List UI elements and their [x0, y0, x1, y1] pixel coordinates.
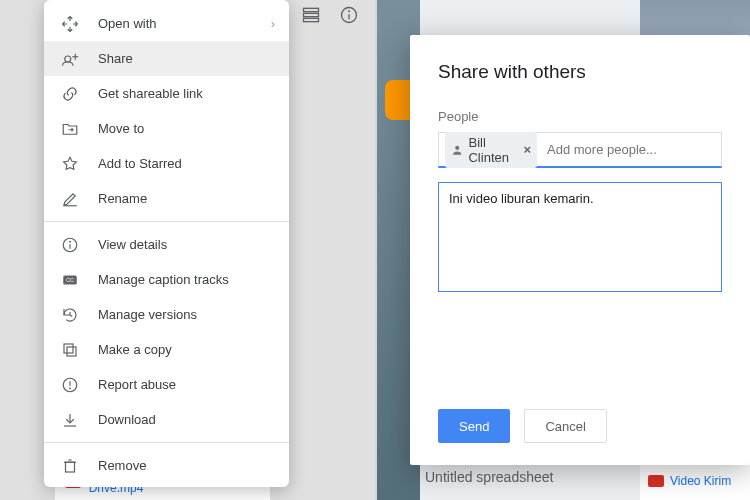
svg-rect-0	[304, 8, 319, 11]
svg-rect-2	[304, 18, 319, 21]
menu-get-link[interactable]: Get shareable link	[44, 76, 289, 111]
trash-icon	[60, 456, 80, 476]
info-icon	[60, 235, 80, 255]
svg-point-6	[65, 56, 71, 62]
menu-view-details[interactable]: View details	[44, 227, 289, 262]
svg-rect-16	[64, 344, 73, 353]
download-icon	[60, 410, 80, 430]
menu-download[interactable]: Download	[44, 402, 289, 437]
svg-point-5	[349, 11, 350, 12]
menu-remove[interactable]: Remove	[44, 448, 289, 483]
dialog-buttons: Send Cancel	[438, 409, 607, 443]
alert-icon	[60, 375, 80, 395]
list-layout-icon[interactable]	[300, 4, 322, 26]
vertical-divider	[375, 0, 377, 500]
menu-label: Manage caption tracks	[98, 272, 229, 287]
info-icon[interactable]	[338, 4, 360, 26]
menu-move-to[interactable]: Move to	[44, 111, 289, 146]
svg-point-25	[455, 145, 459, 149]
menu-label: Download	[98, 412, 156, 427]
svg-rect-1	[304, 13, 319, 16]
link-icon	[60, 84, 80, 104]
people-label: People	[438, 109, 722, 124]
cc-icon: CC	[60, 270, 80, 290]
svg-text:CC: CC	[66, 277, 74, 283]
open-with-icon	[60, 14, 80, 34]
person-icon	[451, 142, 463, 158]
svg-rect-15	[67, 347, 76, 356]
menu-add-starred[interactable]: Add to Starred	[44, 146, 289, 181]
menu-label: Remove	[98, 458, 146, 473]
dialog-title: Share with others	[438, 61, 722, 83]
share-dialog: Share with others People Bill Clinten × …	[410, 35, 750, 465]
message-textarea[interactable]	[438, 182, 722, 292]
cancel-button[interactable]: Cancel	[524, 409, 606, 443]
menu-label: Add to Starred	[98, 156, 182, 171]
menu-label: Manage versions	[98, 307, 197, 322]
people-input-row[interactable]: Bill Clinten ×	[438, 132, 722, 168]
send-button[interactable]: Send	[438, 409, 510, 443]
pencil-icon	[60, 189, 80, 209]
svg-point-19	[70, 388, 71, 389]
menu-manage-versions[interactable]: Manage versions	[44, 297, 289, 332]
menu-label: Make a copy	[98, 342, 172, 357]
menu-open-with[interactable]: Open with ›	[44, 6, 289, 41]
spreadsheet-label: Untitled spreadsheet	[425, 469, 553, 485]
menu-label: Get shareable link	[98, 86, 203, 101]
header-toolbar	[300, 4, 360, 26]
context-menu: Open with › Share Get shareable link Mov…	[44, 0, 289, 487]
person-chip[interactable]: Bill Clinten ×	[445, 132, 537, 168]
chip-remove-icon[interactable]: ×	[523, 142, 531, 157]
menu-separator	[44, 221, 289, 222]
menu-separator	[44, 442, 289, 443]
svg-rect-22	[66, 462, 75, 472]
menu-rename[interactable]: Rename	[44, 181, 289, 216]
menu-label: Open with	[98, 16, 157, 31]
menu-label: Share	[98, 51, 133, 66]
file-chip-small[interactable]: Video Kirim	[640, 462, 750, 500]
menu-make-copy[interactable]: Make a copy	[44, 332, 289, 367]
svg-point-12	[70, 241, 71, 242]
chip-name: Bill Clinten	[468, 135, 516, 165]
menu-share[interactable]: Share	[44, 41, 289, 76]
add-people-input[interactable]	[547, 142, 715, 157]
share-icon	[60, 49, 80, 69]
star-icon	[60, 154, 80, 174]
menu-label: Rename	[98, 191, 147, 206]
video-file-icon	[648, 475, 664, 487]
file-chip-small-label: Video Kirim	[670, 474, 731, 488]
chevron-right-icon: ›	[271, 16, 275, 31]
copy-icon	[60, 340, 80, 360]
folder-move-icon	[60, 119, 80, 139]
menu-caption-tracks[interactable]: CC Manage caption tracks	[44, 262, 289, 297]
menu-report-abuse[interactable]: Report abuse	[44, 367, 289, 402]
history-icon	[60, 305, 80, 325]
menu-label: Move to	[98, 121, 144, 136]
menu-label: Report abuse	[98, 377, 176, 392]
menu-label: View details	[98, 237, 167, 252]
